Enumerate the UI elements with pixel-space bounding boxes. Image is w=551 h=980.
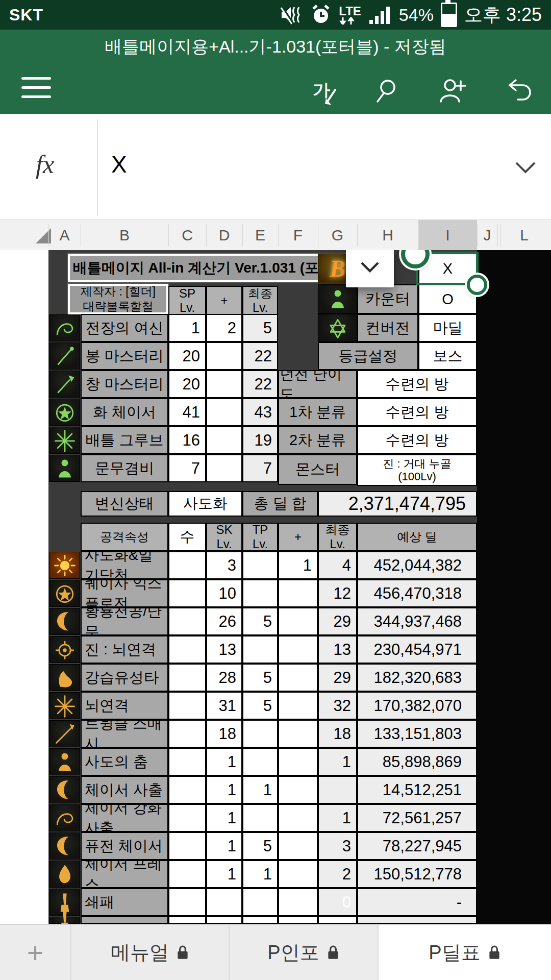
skill-name-cell[interactable]: 체이서 강화 사출 xyxy=(81,804,168,832)
column-header-A[interactable]: A xyxy=(48,220,81,251)
setting-label-cell[interactable]: 1차 분류 xyxy=(278,398,357,426)
sk-level-cell[interactable]: 26 xyxy=(206,607,242,635)
sp-level-cell[interactable]: 20 xyxy=(168,342,206,370)
su-cell[interactable] xyxy=(168,664,206,692)
setting-label-cell[interactable]: 몬스터 xyxy=(278,454,357,485)
plus-cell[interactable] xyxy=(278,720,318,748)
plus-cell[interactable] xyxy=(278,635,318,664)
goddess-skill-icon[interactable] xyxy=(49,314,80,341)
total-damage-label-cell[interactable]: 총 딜 합 xyxy=(242,491,318,517)
su-cell[interactable] xyxy=(168,720,206,748)
tp-level-cell[interactable]: 1 xyxy=(242,776,278,804)
skill-name-cell[interactable]: 체이서 프레스 xyxy=(81,860,168,888)
column-headers[interactable]: ABCDEFGHIJL xyxy=(0,219,551,252)
skill-name-cell[interactable]: 문무겸비 xyxy=(81,454,168,482)
setting-label-cell[interactable]: 컨버전 xyxy=(357,314,418,342)
expected-damage-cell[interactable]: 72,561,257 xyxy=(357,804,477,832)
sk-level-cell[interactable]: 18 xyxy=(206,720,242,748)
expected-damage-cell[interactable]: 452,044,382 xyxy=(357,551,477,579)
dragon-skill-icon[interactable] xyxy=(49,608,80,635)
sk-level-cell[interactable]: 13 xyxy=(206,635,242,664)
setting-label-cell[interactable]: 2차 분류 xyxy=(278,426,357,454)
plus-cell[interactable] xyxy=(278,664,318,692)
column-header-J[interactable]: J xyxy=(477,220,497,251)
apostle-skill-icon[interactable] xyxy=(49,552,80,579)
hex-converter-icon[interactable] xyxy=(318,314,357,342)
sp-final-cell[interactable]: 19 xyxy=(242,426,278,454)
sk-level-cell[interactable]: 1 xyxy=(206,804,242,832)
sk-level-cell[interactable]: 1 xyxy=(206,748,242,776)
dance-skill-icon[interactable] xyxy=(49,748,80,775)
skill-name-cell[interactable]: 창 마스터리 xyxy=(81,370,168,398)
gear-skill-icon[interactable] xyxy=(49,636,80,663)
final-level-cell[interactable]: 13 xyxy=(318,635,357,664)
tab-manual[interactable]: 메뉴얼 xyxy=(71,925,230,980)
sk-level-cell[interactable]: 1 xyxy=(206,776,242,804)
skill-name-cell[interactable]: 전장의 여신 xyxy=(81,314,168,342)
final-level-cell[interactable]: 3 xyxy=(318,832,357,860)
skill-name-cell[interactable]: 봉 마스터리 xyxy=(81,342,168,370)
sk-level-cell[interactable]: 1 xyxy=(206,832,242,860)
final-level-header[interactable]: 최종 Lv. xyxy=(318,523,357,551)
final-level-cell[interactable] xyxy=(318,776,357,804)
sp-level-cell[interactable]: 7 xyxy=(168,454,206,482)
skill-name-cell[interactable]: 황룡천공/난무 xyxy=(81,607,168,635)
sp-plus-cell[interactable] xyxy=(206,454,242,482)
expected-damage-cell[interactable]: - xyxy=(357,888,477,916)
final-level-cell[interactable]: 1 xyxy=(318,804,357,832)
final-level-header[interactable]: 최종 Lv. xyxy=(242,286,278,315)
expected-damage-cell[interactable]: 150,512,778 xyxy=(357,860,477,888)
sp-final-cell[interactable]: 7 xyxy=(242,454,278,482)
skill-name-cell[interactable]: 체이서 사출 xyxy=(81,776,168,804)
skill-name-cell[interactable]: 뇌연격 xyxy=(81,692,168,720)
chevron-down-icon[interactable] xyxy=(514,161,537,176)
partial-row-cell[interactable] xyxy=(206,916,242,924)
plus-cell[interactable] xyxy=(278,776,318,804)
final-level-cell[interactable]: 18 xyxy=(318,720,357,748)
plus-cell[interactable] xyxy=(278,579,318,607)
skill-name-cell[interactable]: 트윙클 스매시 xyxy=(81,720,168,748)
skill-name-cell[interactable]: 화 체이서 xyxy=(81,398,168,426)
expected-damage-cell[interactable]: 456,470,318 xyxy=(357,579,477,607)
plus-cell[interactable] xyxy=(278,804,318,832)
final-level-cell[interactable]: 4 xyxy=(318,551,357,579)
partial-row-cell[interactable] xyxy=(242,916,278,924)
tp-level-header[interactable]: TP Lv. xyxy=(242,523,278,551)
sk-level-cell[interactable]: 28 xyxy=(206,664,242,692)
tp-level-cell[interactable]: 5 xyxy=(242,832,278,860)
sk-level-cell[interactable]: 3 xyxy=(206,551,242,579)
sp-final-cell[interactable]: 43 xyxy=(242,398,278,426)
su-cell[interactable] xyxy=(168,832,206,860)
final-level-cell[interactable]: 29 xyxy=(318,607,357,635)
su-header[interactable]: 수 xyxy=(168,523,206,551)
column-header-B[interactable]: B xyxy=(81,220,168,251)
final-level-cell[interactable]: 32 xyxy=(318,692,357,720)
su-cell[interactable] xyxy=(168,692,206,720)
tp-level-cell[interactable]: 5 xyxy=(242,692,278,720)
skill-name-cell[interactable]: 사도화&일기당천 xyxy=(81,551,168,579)
sp-plus-cell[interactable]: 2 xyxy=(206,314,242,342)
skill-name-cell[interactable]: 퓨전 체이서 xyxy=(81,832,168,860)
skill-name-cell[interactable]: 진 : 뇌연격 xyxy=(81,635,168,664)
setting-value-cell[interactable]: 보스 xyxy=(418,342,477,370)
sp-plus-cell[interactable] xyxy=(206,426,242,454)
tp-level-cell[interactable] xyxy=(242,551,278,579)
partial-row-cell[interactable] xyxy=(278,916,318,924)
su-cell[interactable] xyxy=(168,860,206,888)
tp-level-cell[interactable]: 1 xyxy=(242,860,278,888)
tp-level-cell[interactable] xyxy=(242,888,278,916)
su-cell[interactable] xyxy=(168,551,206,579)
selection-handle-bottom-right[interactable] xyxy=(467,275,487,295)
final-level-cell[interactable]: 0 xyxy=(318,888,357,916)
column-header-L[interactable]: L xyxy=(497,220,551,251)
column-header-F[interactable]: F xyxy=(278,220,318,251)
counter-figure-icon[interactable] xyxy=(318,284,357,314)
spreadsheet-grid[interactable]: 배틀메이지 All-in 계산기 Ver.1.031 (포터블)제작자 : [힐… xyxy=(0,250,551,924)
tp-level-cell[interactable] xyxy=(242,720,278,748)
su-cell[interactable] xyxy=(168,748,206,776)
sk-level-cell[interactable]: 31 xyxy=(206,692,242,720)
munmu-skill-icon[interactable] xyxy=(49,455,80,482)
battle-groove-icon[interactable] xyxy=(49,427,80,454)
skill-name-cell[interactable]: 강습유성타 xyxy=(81,664,168,692)
setting-label-cell[interactable]: 카운터 xyxy=(357,284,418,314)
